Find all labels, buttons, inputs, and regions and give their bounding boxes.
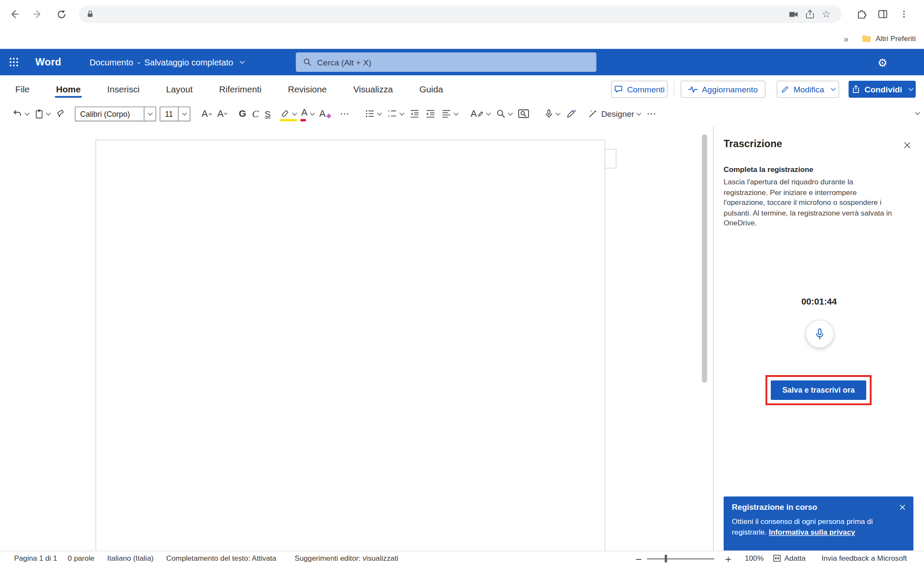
document-scrollbar-thumb[interactable] <box>702 134 707 383</box>
word-count[interactable]: 0 parole <box>68 554 94 562</box>
microphone-icon <box>545 109 554 118</box>
comment-icon <box>614 85 623 94</box>
font-size-dropdown[interactable] <box>178 107 190 121</box>
paste-button[interactable] <box>32 105 53 122</box>
other-favorites-button[interactable]: Altri Preferiti <box>862 34 916 43</box>
recording-timer: 00:01:44 <box>713 296 924 306</box>
browser-menu-button[interactable] <box>894 5 913 24</box>
bookmarks-overflow-button[interactable]: » <box>844 33 848 43</box>
chevron-down-icon <box>556 110 561 115</box>
edit-mode-button[interactable]: Modifica <box>777 81 839 98</box>
fit-page-button[interactable]: Adatta <box>773 554 806 562</box>
font-name-value: Calibri (Corpo) <box>75 107 144 121</box>
settings-button[interactable]: ⚙ <box>877 49 887 75</box>
comments-button[interactable]: Commenti <box>611 81 668 98</box>
video-camera-icon <box>788 9 798 19</box>
share-icon <box>852 85 861 94</box>
format-painter-button[interactable] <box>53 105 69 122</box>
chevron-down-icon <box>399 110 404 115</box>
side-panel-button[interactable] <box>873 5 892 24</box>
app-launcher-button[interactable] <box>0 49 27 75</box>
italic-button[interactable]: C <box>249 105 261 122</box>
zoom-level[interactable]: 100% <box>745 554 764 562</box>
chevron-down-icon <box>148 111 153 116</box>
share-page-button[interactable] <box>802 6 818 23</box>
ribbon-divider <box>674 81 674 96</box>
browser-refresh-button[interactable] <box>52 5 71 24</box>
align-icon <box>441 109 451 118</box>
styles-button[interactable]: A <box>468 105 493 122</box>
bold-button[interactable]: G <box>236 105 249 122</box>
page-info[interactable]: Pagina 1 di 1 <box>14 554 57 562</box>
browser-back-button[interactable] <box>5 5 24 24</box>
numbered-list-button[interactable]: 12 <box>384 105 406 122</box>
document-title-group[interactable]: Documento - Salvataggio completato <box>89 57 244 67</box>
clear-formatting-button[interactable]: A <box>316 105 333 122</box>
increase-indent-button[interactable] <box>422 105 438 122</box>
more-font-options-button[interactable]: ⋯ <box>337 105 352 122</box>
bookmark-button[interactable]: ☆ <box>818 6 835 23</box>
search-placeholder: Cerca (Alt + X) <box>317 57 371 67</box>
document-page[interactable] <box>95 139 605 550</box>
editor-button[interactable] <box>563 105 579 122</box>
dictate-button[interactable] <box>542 105 563 122</box>
panel-close-button[interactable] <box>900 139 913 151</box>
more-toolbar-options-button[interactable]: ⋯ <box>644 105 659 122</box>
font-name-dropdown[interactable] <box>144 107 156 121</box>
immersive-reader-button[interactable] <box>515 105 532 122</box>
feedback-link[interactable]: Invia feedback a Microsoft <box>821 554 907 562</box>
extensions-button[interactable] <box>852 5 871 24</box>
decrease-indent-button[interactable] <box>406 105 422 122</box>
text-completion-status[interactable]: Completamento del testo: Attivata <box>166 554 276 562</box>
font-size-select[interactable]: 11 <box>160 106 190 121</box>
editor-suggestions-status[interactable]: Suggerimenti editor: visualizzati <box>294 554 398 562</box>
privacy-policy-link[interactable]: Informativa sulla privacy <box>769 528 855 536</box>
underline-button[interactable]: S <box>262 105 274 122</box>
designer-button[interactable]: Designer <box>585 105 644 122</box>
grow-font-button[interactable]: A <box>199 105 214 122</box>
pause-recording-mic-button[interactable] <box>805 320 834 348</box>
waffle-icon <box>9 57 18 67</box>
highlight-color-button[interactable] <box>278 105 299 122</box>
content-area: Trascrizione Completa la registrazione L… <box>0 127 924 550</box>
search-input[interactable]: Cerca (Alt + X) <box>296 53 596 72</box>
tab-layout[interactable]: Layout <box>165 84 194 101</box>
tab-guida[interactable]: Guida <box>418 84 444 101</box>
shrink-font-button[interactable]: A <box>214 105 230 122</box>
share-button[interactable]: Condividi <box>849 81 916 98</box>
save-and-transcribe-button[interactable]: Salva e trascrivi ora <box>771 380 866 399</box>
collapse-ribbon-chevron[interactable] <box>915 110 920 115</box>
font-color-button[interactable]: A <box>299 105 316 122</box>
tab-revisione[interactable]: Revisione <box>287 84 328 101</box>
zoom-slider-thumb[interactable] <box>665 555 667 562</box>
chevron-down-icon <box>181 111 187 116</box>
document-title: Documento <box>89 57 133 67</box>
zoom-in-button[interactable]: + <box>725 554 732 564</box>
font-name-select[interactable]: Calibri (Corpo) <box>75 106 156 121</box>
chevron-down-icon <box>636 110 642 115</box>
tab-home[interactable]: Home <box>55 84 82 101</box>
undo-button[interactable] <box>9 105 32 122</box>
updates-button[interactable]: Aggiornamento <box>680 81 765 98</box>
reader-magnifier-icon <box>518 109 529 118</box>
tab-inserisci[interactable]: Inserisci <box>106 84 141 101</box>
browser-forward-button[interactable] <box>28 5 47 24</box>
underline-glyph: S <box>264 109 270 118</box>
notification-close-button[interactable] <box>897 502 908 512</box>
ellipsis-icon: ⋯ <box>647 109 656 118</box>
refresh-icon <box>56 9 66 19</box>
tab-file[interactable]: File <box>14 84 31 101</box>
chevron-down-icon <box>240 59 245 64</box>
language-status[interactable]: Italiano (Italia) <box>107 554 154 562</box>
tab-media-button[interactable] <box>785 6 802 23</box>
chevron-down-icon <box>310 110 315 115</box>
tab-visualizza[interactable]: Visualizza <box>352 84 394 101</box>
find-button[interactable] <box>493 105 515 122</box>
bullet-list-button[interactable] <box>362 105 384 122</box>
address-bar[interactable]: ☆ <box>79 5 842 23</box>
alignment-button[interactable] <box>438 105 461 122</box>
status-bar: Pagina 1 di 1 0 parole Italiano (Italia)… <box>0 550 924 565</box>
tab-riferimenti[interactable]: Riferimenti <box>218 84 262 101</box>
zoom-out-button[interactable]: − <box>635 554 642 564</box>
zoom-slider-track[interactable] <box>647 558 714 559</box>
